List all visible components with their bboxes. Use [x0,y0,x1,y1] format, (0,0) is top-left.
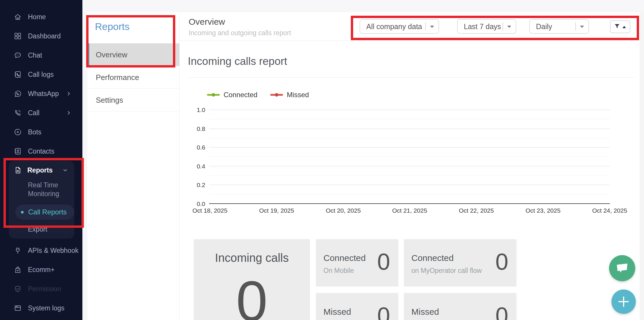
chevron-down-icon [580,26,584,30]
sidebar-item-label: Call logs [28,71,54,79]
divider [425,22,426,31]
sidebar-item-ecomm[interactable]: Ecomm+ [0,260,82,279]
sidebar-item-reports[interactable]: Reports [9,161,74,179]
home-icon [13,13,22,21]
legend-line-icon [270,94,283,96]
y-tick-label: 0.4 [180,163,205,170]
sidebar-item-label: System logs [28,304,64,312]
legend-label: Connected [224,91,257,99]
sidebar-item-real-time-monitoring[interactable]: Real Time Monitoring [28,181,65,198]
x-tick-label: Oct 23, 2025 [526,207,560,214]
gridline [209,166,610,166]
call-logs-icon [13,70,22,79]
support-chat-button[interactable] [609,255,635,281]
dropdown-value: Daily [536,22,552,31]
sidebar-item-label: Call Reports [28,208,67,216]
card-subtitle: on MyOperator call flow [411,267,482,275]
subpanel-item-overview[interactable]: Overview [87,43,179,66]
plug-icon [13,246,22,255]
chevron-right-icon [66,110,72,116]
card-value: 0 [377,302,390,320]
legend-missed[interactable]: Missed [270,91,309,99]
company-data-dropdown[interactable]: All company data [360,19,439,34]
card-title: Connected [323,253,366,263]
sidebar-item-system-logs[interactable]: System logs [0,298,82,318]
sidebar-item-bots[interactable]: Bots [0,122,82,142]
bot-icon [13,128,22,136]
dropdown-value: Last 7 days [464,22,501,31]
legend-label: Missed [287,91,309,99]
chat-icon [13,51,22,60]
page-title: Overview [189,17,291,27]
sidebar-reports-group: Reports Real Time Monitoring Call Report… [9,161,74,239]
sidebar-item-contacts[interactable]: Contacts [0,142,82,161]
subpanel-item-label: Performance [96,73,139,82]
y-tick-label: 0.0 [180,200,205,207]
y-tick-label: 1.0 [180,106,205,113]
chat-bubble-icon [616,262,629,274]
x-tick-label: Oct 20, 2025 [326,207,361,214]
sidebar-item-dashboard[interactable]: Dashboard [0,26,82,46]
x-tick-label: Oct 22, 2025 [459,207,494,214]
card-subtitle: On Mobile [323,267,354,275]
filter-button[interactable] [610,20,630,33]
sidebar-item-call-logs[interactable]: Call logs [0,65,82,84]
sidebar-item-call[interactable]: Call [0,103,82,122]
subpanel-item-label: Overview [96,50,127,59]
incoming-calls-card: Incoming calls 0 [194,239,310,320]
sidebar-item-label: Ecomm+ [28,266,54,274]
gridline [209,185,610,185]
y-tick-label: 0.2 [180,182,205,189]
card-title: Missed [411,307,439,317]
chevron-right-icon [66,90,72,97]
sidebar-item-whatsapp[interactable]: WhatsApp [0,84,82,103]
shield-icon [13,285,22,293]
card-value: 0 [496,248,509,275]
missed-card-2: Missed 0 [404,293,516,320]
missed-card-1: Missed 0 [316,293,398,320]
sidebar-item-export[interactable]: Export [28,225,74,233]
sidebar-item-chat[interactable]: Chat [0,46,82,65]
add-button[interactable] [611,289,636,314]
contacts-icon [13,147,22,156]
date-range-dropdown[interactable]: Last 7 days [457,19,516,34]
connected-on-mobile-card: Connected On Mobile 0 [316,239,398,287]
sidebar-item-home[interactable]: Home [0,7,82,26]
subpanel-item-settings[interactable]: Settings [87,89,179,111]
active-indicator [87,43,89,66]
connected-on-callflow-card: Connected on MyOperator call flow 0 [404,239,516,287]
x-tick-label: Oct 18, 2025 [192,207,227,214]
card-title: Missed [323,307,351,317]
dropdown-value: All company data [366,22,422,31]
x-tick-label: Oct 19, 2025 [259,207,294,214]
sidebar-item-label: WhatsApp [28,90,59,98]
gridline [209,157,610,157]
chart-legend: Connected Missed [207,91,309,99]
dashboard-icon [13,32,22,40]
shopping-bag-icon [13,265,22,274]
sidebar-item-label: Contacts [28,147,54,155]
x-axis-line [209,203,610,204]
legend-connected[interactable]: Connected [207,91,257,99]
sidebar-item-apis-webhook[interactable]: APIs & Webhook [0,241,82,260]
sidebar-item-label: Chat [28,51,42,59]
gridline [209,119,610,119]
gridline [209,129,610,129]
whatsapp-icon [13,89,22,98]
plus-icon [618,296,629,307]
bullet-icon [21,211,24,214]
gridline [209,194,610,195]
caret-up-icon [622,24,626,28]
granularity-dropdown[interactable]: Daily [529,19,589,34]
card-title: Connected [411,253,454,263]
subpanel-item-performance[interactable]: Performance [87,66,179,89]
divider [503,22,503,31]
funnel-icon [614,24,620,30]
sidebar-item-call-reports[interactable]: Call Reports [15,205,74,220]
sidebar-item-permission[interactable]: Permission [0,279,82,298]
y-tick-label: 0.6 [180,144,205,151]
card-value: 0 [194,273,310,320]
sidebar-item-label: APIs & Webhook [28,247,78,255]
page-scrollbar[interactable] [640,12,644,320]
chart-title: Incoming calls report [188,55,287,67]
